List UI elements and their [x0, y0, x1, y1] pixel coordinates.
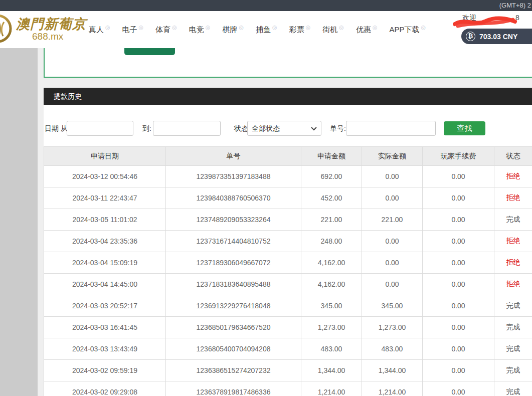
- cell-order-no: 1239840388760506370: [166, 187, 301, 209]
- cell-order-no: 1236850179634667520: [166, 317, 301, 338]
- cell-player-fee: 0.00: [423, 187, 494, 209]
- cell-apply-amount: 345.00: [301, 295, 362, 317]
- bitcoin-icon: ₿: [466, 32, 475, 41]
- balance-pill[interactable]: ₿ 703.03 CNY: [461, 29, 532, 44]
- table-row: 2024-03-05 11:01:02 1237489209053323264 …: [44, 209, 532, 231]
- cell-status: 完成: [494, 338, 532, 360]
- cell-status: 拒绝: [494, 187, 532, 209]
- nav-dropdown-icon: ◎: [139, 24, 144, 31]
- nav-dropdown-icon: ◎: [239, 24, 244, 31]
- col-header-apply-date: 申请日期: [44, 147, 166, 166]
- table-row: 2024-03-03 13:43:49 1236805400704094208 …: [44, 338, 532, 360]
- cell-order-no: 1237189306049667072: [166, 252, 301, 274]
- cell-actual-amount: 345.00: [362, 295, 423, 317]
- nav-item-label: APP下载: [389, 25, 419, 34]
- table-row: 2024-03-11 22:43:47 1239840388760506370 …: [44, 187, 532, 209]
- nav-item-label: 彩票: [289, 25, 304, 34]
- nav-dropdown-icon: ◎: [105, 24, 110, 31]
- nav-item-label: 电竞: [189, 25, 204, 34]
- main-nav: 真人 ◎ 电子 ◎ 体育 ◎ 电竞 ◎ 棋牌 ◎ 捕鱼 ◎ 彩票 ◎ 街机 ◎ …: [89, 25, 426, 34]
- cell-player-fee: 0.00: [423, 338, 494, 360]
- col-header-actual-amount: 实际金额: [362, 147, 423, 166]
- nav-item[interactable]: 电竞 ◎: [189, 25, 211, 34]
- cell-status: 完成: [494, 209, 532, 231]
- cell-status: 拒绝: [494, 274, 532, 295]
- topbar: (GMT+8) 2: [0, 0, 532, 11]
- nav-item[interactable]: 体育 ◎: [155, 25, 177, 34]
- cell-player-fee: 0.00: [423, 252, 494, 274]
- nav-item-label: 棋牌: [222, 25, 237, 34]
- nav-item[interactable]: 街机 ◎: [322, 25, 344, 34]
- cell-order-no: 1236386515274207232: [166, 360, 301, 381]
- table-row: 2024-03-02 09:59:19 1236386515274207232 …: [44, 360, 532, 381]
- cell-player-fee: 0.00: [423, 166, 494, 187]
- nav-item[interactable]: 棋牌 ◎: [222, 25, 244, 34]
- cell-actual-amount: 221.00: [362, 209, 423, 231]
- nav-dropdown-icon: ◎: [272, 24, 277, 31]
- cell-apply-amount: 1,344.00: [301, 360, 362, 381]
- nav-item[interactable]: APP下载 ◎: [389, 25, 426, 34]
- cell-actual-amount: 0.00: [362, 166, 423, 187]
- nav-item-label: 捕鱼: [256, 25, 271, 34]
- nav-item[interactable]: 捕鱼 ◎: [256, 25, 277, 34]
- cell-order-no: 1237489209053323264: [166, 209, 301, 231]
- cell-apply-date: 2024-03-04 14:45:00: [44, 274, 166, 295]
- cell-apply-date: 2024-03-11 22:43:47: [44, 187, 166, 209]
- col-header-apply-amount: 申请金额: [301, 147, 362, 166]
- table-header-row: 申请日期 单号 申请金额 实际金额 玩家手续费 状态: [44, 147, 532, 166]
- search-button[interactable]: 查找: [444, 121, 485, 135]
- cell-apply-amount: 221.00: [301, 209, 362, 231]
- cell-player-fee: 0.00: [423, 274, 494, 295]
- cell-player-fee: 0.00: [423, 231, 494, 252]
- withdraw-history-section: 日期 从: 到: 状态: 全部状态 单号: 查找 申请日期 单号 申请金额 实际…: [44, 105, 532, 396]
- cell-actual-amount: 0.00: [362, 274, 423, 295]
- nav-dropdown-icon: ◎: [339, 24, 344, 31]
- cell-actual-amount: 0.00: [362, 252, 423, 274]
- cell-status: 拒绝: [494, 166, 532, 187]
- col-header-order-no: 单号: [166, 147, 301, 166]
- nav-item[interactable]: 真人 ◎: [89, 25, 110, 34]
- nav-item-label: 体育: [155, 25, 170, 34]
- nav-dropdown-icon: ◎: [306, 24, 311, 31]
- nav-item[interactable]: 优惠 ◎: [356, 25, 378, 34]
- status-selected-value: 全部状态: [252, 124, 280, 132]
- cell-status: 完成: [494, 360, 532, 381]
- left-gutter: [0, 48, 38, 396]
- order-no-label: 单号:: [330, 121, 346, 136]
- table-row: 2024-03-04 23:35:36 1237316714404810752 …: [44, 231, 532, 252]
- page-root: (GMT+8) 2 澳門新葡京 688.mx 真人 ◎ 电子 ◎ 体育 ◎: [0, 0, 532, 396]
- order-no-input[interactable]: [346, 121, 436, 136]
- col-header-player-fee: 玩家手续费: [423, 147, 494, 166]
- cell-player-fee: 0.00: [423, 360, 494, 381]
- cell-apply-amount: 248.00: [301, 231, 362, 252]
- logo-title[interactable]: 澳門新葡京: [16, 15, 86, 33]
- cell-order-no: 1236378919817486336: [166, 381, 301, 396]
- cell-order-no: 1236805400704094208: [166, 338, 301, 360]
- cell-actual-amount: 483.00: [362, 338, 423, 360]
- nav-item[interactable]: 彩票 ◎: [289, 25, 311, 34]
- chevron-down-icon: [311, 127, 317, 131]
- cell-apply-date: 2024-03-02 09:59:19: [44, 360, 166, 381]
- status-select[interactable]: 全部状态: [247, 121, 321, 136]
- cell-apply-date: 2024-03-02 09:29:08: [44, 381, 166, 396]
- section-title: 提款历史: [54, 92, 82, 100]
- nav-item[interactable]: 电子 ◎: [122, 25, 144, 34]
- cell-status: 完成: [494, 295, 532, 317]
- table-row: 2024-03-04 15:09:19 1237189306049667072 …: [44, 252, 532, 274]
- nav-dropdown-icon: ◎: [373, 24, 378, 31]
- cell-apply-date: 2024-03-04 15:09:19: [44, 252, 166, 274]
- date-to-input[interactable]: [153, 121, 221, 136]
- withdraw-history-table: 申请日期 单号 申请金额 实际金额 玩家手续费 状态 2024-03-12 00…: [44, 146, 532, 396]
- date-from-input[interactable]: [67, 121, 133, 136]
- logo-domain: 688.mx: [32, 31, 63, 42]
- table-row: 2024-03-03 20:52:17 1236913229276418048 …: [44, 295, 532, 317]
- nav-dropdown-icon: ◎: [421, 24, 426, 31]
- cell-apply-date: 2024-03-03 13:43:49: [44, 338, 166, 360]
- cell-apply-amount: 1,273.00: [301, 317, 362, 338]
- cell-order-no: 1236913229276418048: [166, 295, 301, 317]
- cell-apply-amount: 4,162.00: [301, 252, 362, 274]
- cell-apply-amount: 452.00: [301, 187, 362, 209]
- cell-apply-date: 2024-03-03 20:52:17: [44, 295, 166, 317]
- nav-item-label: 优惠: [356, 25, 371, 34]
- cell-player-fee: 0.00: [423, 317, 494, 338]
